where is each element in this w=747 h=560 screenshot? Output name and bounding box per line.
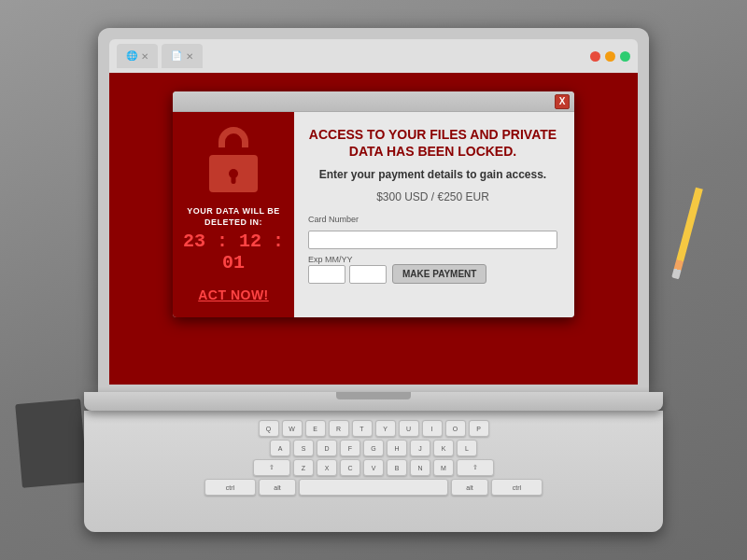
- laptop-keyboard-area: Q W E R T Y U I O P A S D F G H: [84, 411, 663, 532]
- key-p[interactable]: P: [469, 420, 489, 437]
- key-h[interactable]: H: [387, 440, 407, 456]
- key-row-2: A S D F G H J K L: [103, 440, 644, 456]
- key-ctrl-right[interactable]: ctrl: [491, 479, 543, 496]
- desk: 🌐 ✕ 📄 ✕ X: [0, 0, 747, 560]
- browser-chrome: 🌐 ✕ 📄 ✕: [109, 39, 638, 73]
- minimize-dot[interactable]: [605, 51, 615, 62]
- key-alt-left[interactable]: alt: [259, 479, 296, 496]
- price-text: $300 USD / €250 EUR: [308, 190, 557, 203]
- key-ctrl[interactable]: ctrl: [204, 479, 256, 496]
- document-icon: 📄: [171, 50, 182, 62]
- key-u[interactable]: U: [399, 420, 419, 437]
- pencil: [671, 188, 703, 280]
- key-y[interactable]: Y: [375, 420, 396, 437]
- ransomware-dialog: X: [173, 91, 574, 317]
- key-space[interactable]: [299, 479, 448, 496]
- key-d[interactable]: D: [317, 440, 337, 456]
- key-t[interactable]: T: [352, 420, 373, 437]
- exp-section: Exp MM/YY: [308, 255, 387, 284]
- key-row-1: Q W E R T Y U I O P: [103, 420, 644, 437]
- keyboard: Q W E R T Y U I O P A S D F G H: [103, 420, 644, 523]
- key-shift-left[interactable]: ⇧: [253, 459, 290, 476]
- browser-tab-2[interactable]: 📄 ✕: [162, 44, 203, 68]
- key-o[interactable]: O: [445, 420, 466, 437]
- dialog-left-panel: YOUR DATA WILL BE DELETED IN: 23 : 12 : …: [173, 112, 294, 317]
- countdown-section: YOUR DATA WILL BE DELETED IN: 23 : 12 : …: [182, 206, 285, 273]
- key-a[interactable]: A: [270, 440, 290, 456]
- key-i[interactable]: I: [422, 420, 443, 437]
- laptop-hinge-area: [84, 392, 663, 411]
- key-m[interactable]: M: [433, 459, 454, 476]
- lock-body: [209, 155, 258, 192]
- laptop-hinge: [336, 392, 411, 399]
- exp-year-input[interactable]: [349, 265, 387, 284]
- tab-1-close[interactable]: ✕: [141, 51, 148, 62]
- lock-shackle: [218, 127, 248, 147]
- subtitle: Enter your payment details to gain acces…: [308, 167, 557, 183]
- dialog-right-panel: ACCESS TO YOUR FILES AND PRIVATE DATA HA…: [294, 112, 574, 317]
- browser-tab-1[interactable]: 🌐 ✕: [117, 44, 158, 68]
- key-z[interactable]: Z: [293, 459, 314, 476]
- payment-form: Card Number Exp MM/YY: [308, 215, 557, 284]
- key-c[interactable]: C: [340, 459, 360, 476]
- key-q[interactable]: Q: [259, 420, 279, 437]
- key-row-3: ⇧ Z X C V B N M ⇧: [103, 459, 644, 476]
- countdown-label: YOUR DATA WILL BE DELETED IN:: [182, 206, 285, 228]
- globe-icon: 🌐: [126, 50, 137, 62]
- exp-month-input[interactable]: [308, 265, 345, 284]
- payment-row: Exp MM/YY MAKE PAYMENT: [308, 255, 557, 284]
- key-f[interactable]: F: [340, 440, 360, 456]
- key-x[interactable]: X: [317, 459, 337, 476]
- key-g[interactable]: G: [363, 440, 384, 456]
- make-payment-button[interactable]: MAKE PAYMENT: [392, 264, 486, 284]
- card-number-input[interactable]: [308, 231, 557, 249]
- notebook: [15, 399, 88, 488]
- maximize-dot[interactable]: [620, 51, 630, 62]
- key-s[interactable]: S: [293, 440, 314, 456]
- key-row-4: ctrl alt alt ctrl: [103, 479, 644, 496]
- dialog-body: YOUR DATA WILL BE DELETED IN: 23 : 12 : …: [173, 112, 574, 317]
- exp-fields: [308, 265, 387, 284]
- countdown-timer: 23 : 12 : 01: [182, 231, 285, 273]
- key-shift-right[interactable]: ⇧: [457, 459, 494, 476]
- laptop: 🌐 ✕ 📄 ✕ X: [93, 28, 654, 532]
- key-alt-right[interactable]: alt: [451, 479, 488, 496]
- key-j[interactable]: J: [410, 440, 430, 456]
- key-v[interactable]: V: [363, 459, 384, 476]
- lock-icon: [205, 127, 261, 192]
- lock-keyhole: [229, 169, 238, 178]
- tab-2-close[interactable]: ✕: [186, 51, 193, 62]
- key-n[interactable]: N: [410, 459, 430, 476]
- card-number-label: Card Number: [308, 215, 557, 224]
- act-now-link[interactable]: ACT NOW!: [198, 287, 269, 302]
- laptop-screen-outer: 🌐 ✕ 📄 ✕ X: [98, 28, 649, 392]
- key-r[interactable]: R: [329, 420, 349, 437]
- key-b[interactable]: B: [387, 459, 407, 476]
- dialog-close-button[interactable]: X: [555, 94, 570, 109]
- traffic-lights: [590, 51, 630, 62]
- key-e[interactable]: E: [305, 420, 326, 437]
- key-l[interactable]: L: [457, 440, 477, 456]
- exp-label: Exp MM/YY: [308, 255, 387, 264]
- dialog-titlebar: X: [173, 91, 574, 112]
- main-title: ACCESS TO YOUR FILES AND PRIVATE DATA HA…: [308, 126, 557, 160]
- key-w[interactable]: W: [282, 420, 303, 437]
- key-k[interactable]: K: [433, 440, 454, 456]
- close-dot[interactable]: [590, 51, 600, 62]
- screen-content: X: [109, 73, 638, 385]
